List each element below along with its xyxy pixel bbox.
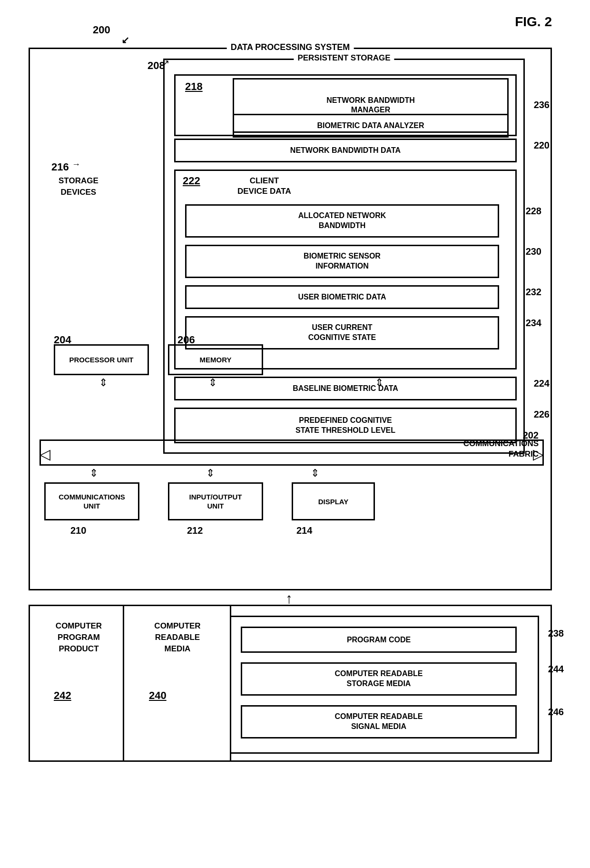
display-box: DISPLAY bbox=[292, 482, 375, 520]
program-code-label: PROGRAM CODE bbox=[347, 636, 411, 644]
cpp-right-section: PROGRAM CODE 238 COMPUTER READABLE STORA… bbox=[230, 616, 539, 754]
io-unit-label: INPUT/OUTPUT UNIT bbox=[189, 492, 242, 511]
allocated-network-bandwidth-box: ALLOCATED NETWORK BANDWIDTH bbox=[185, 204, 499, 238]
data-processing-system-label: DATA PROCESSING SYSTEM bbox=[227, 42, 354, 52]
arrow-cf-disp: ⇕ bbox=[311, 467, 319, 479]
user-biometric-data-label: USER BIOMETRIC DATA bbox=[298, 293, 386, 301]
fig-label: FIG. 2 bbox=[515, 14, 552, 30]
processor-unit-box: PROCESSOR UNIT bbox=[54, 344, 149, 375]
ref-200: 200 bbox=[93, 24, 110, 36]
cpp-divider1 bbox=[123, 606, 124, 760]
arrow-cf-io: ⇕ bbox=[206, 467, 215, 479]
ref-238: 238 bbox=[548, 628, 564, 639]
program-code-box: PROGRAM CODE bbox=[241, 627, 517, 653]
memory-label: MEMORY bbox=[200, 356, 232, 364]
network-bandwidth-data-label: NETWORK BANDWIDTH DATA bbox=[290, 146, 401, 155]
display-label: DISPLAY bbox=[318, 498, 349, 506]
storage-devices-label: STORAGE DEVICES bbox=[59, 175, 98, 198]
arrow-proc-cf: ⇕ bbox=[99, 377, 108, 389]
arrow-208: ↗ bbox=[162, 58, 169, 68]
arrow-ps-cf: ⇕ bbox=[375, 377, 384, 389]
ref-234: 234 bbox=[526, 318, 541, 329]
user-biometric-data-box: USER BIOMETRIC DATA bbox=[185, 285, 499, 309]
communications-unit-label: COMMUNICATIONS UNIT bbox=[59, 492, 125, 511]
client-device-data-box: 222 CLIENT DEVICE DATA ALLOCATED NETWORK… bbox=[174, 170, 517, 369]
arrow-display-up: ↑ bbox=[285, 590, 293, 607]
biometric-data-analyzer-label: BIOMETRIC DATA ANALYZER bbox=[317, 121, 424, 130]
client-device-data-label: CLIENT DEVICE DATA bbox=[237, 176, 291, 197]
processor-unit-label: PROCESSOR UNIT bbox=[69, 356, 133, 364]
ref-206: 206 bbox=[177, 334, 195, 346]
communications-unit-box: COMMUNICATIONS UNIT bbox=[44, 482, 139, 520]
allocated-network-bandwidth-label: ALLOCATED NETWORK BANDWIDTH bbox=[298, 211, 386, 231]
ref-212: 212 bbox=[187, 525, 203, 536]
io-unit-box: INPUT/OUTPUT UNIT bbox=[168, 482, 263, 520]
ref-224: 224 bbox=[534, 378, 550, 389]
predefined-cognitive-state-box: PREDEFINED COGNITIVE STATE THRESHOLD LEV… bbox=[174, 408, 517, 443]
ref-242: 242 bbox=[54, 689, 71, 702]
crm-label: COMPUTER READABLE MEDIA bbox=[130, 620, 225, 654]
ref-228: 228 bbox=[526, 206, 541, 217]
data-processing-system-box: DATA PROCESSING SYSTEM PERSISTENT STORAG… bbox=[29, 48, 552, 590]
ref-222: 222 bbox=[183, 175, 200, 187]
computer-readable-storage-media-label: COMPUTER READABLE STORAGE MEDIA bbox=[335, 669, 423, 689]
user-current-cognitive-state-label: USER CURRENT COGNITIVE STATE bbox=[308, 323, 376, 343]
ref-236: 236 bbox=[534, 100, 550, 110]
computer-readable-signal-media-box: COMPUTER READABLE SIGNAL MEDIA bbox=[241, 705, 517, 738]
network-bandwidth-manager-label: NETWORK BANDWIDTH MANAGER bbox=[326, 96, 415, 116]
ref-216: 216 bbox=[51, 161, 69, 173]
arrow-216: → bbox=[72, 160, 80, 170]
ref-210: 210 bbox=[70, 525, 86, 536]
arrow-200: ↙ bbox=[121, 34, 129, 46]
ref-204: 204 bbox=[54, 334, 71, 346]
arrow-cf-cu: ⇕ bbox=[89, 467, 98, 479]
cpp-label: COMPUTER PROGRAM PRODUCT bbox=[37, 620, 120, 654]
persistent-storage-box: PERSISTENT STORAGE 218 NETWORK BANDWIDTH… bbox=[163, 59, 525, 454]
computer-program-product-outer: COMPUTER PROGRAM PRODUCT 242 COMPUTER RE… bbox=[29, 605, 552, 762]
biometric-sensor-information-box: BIOMETRIC SENSOR INFORMATION bbox=[185, 245, 499, 278]
network-bandwidth-manager-box: 218 NETWORK BANDWIDTH MANAGER BIOMETRIC … bbox=[174, 74, 517, 136]
computer-readable-storage-media-box: COMPUTER READABLE STORAGE MEDIA bbox=[241, 662, 517, 696]
ref-226: 226 bbox=[534, 409, 550, 420]
biometric-sensor-information-label: BIOMETRIC SENSOR INFORMATION bbox=[304, 251, 381, 271]
ref-230: 230 bbox=[526, 246, 541, 257]
ref-244: 244 bbox=[548, 664, 564, 675]
arrow-mem-cf: ⇕ bbox=[208, 377, 217, 389]
ref-232: 232 bbox=[526, 287, 541, 298]
computer-readable-signal-media-label: COMPUTER READABLE SIGNAL MEDIA bbox=[335, 712, 423, 732]
biometric-data-analyzer-box: BIOMETRIC DATA ANALYZER bbox=[233, 114, 509, 138]
ref-214: 214 bbox=[296, 525, 312, 536]
baseline-biometric-data-box: BASELINE BIOMETRIC DATA bbox=[174, 377, 517, 400]
ref-246: 246 bbox=[548, 707, 564, 718]
memory-box: MEMORY bbox=[168, 344, 263, 375]
network-bandwidth-data-box: NETWORK BANDWIDTH DATA bbox=[174, 139, 517, 162]
cf-left-arrow-icon: ◁ bbox=[39, 441, 50, 467]
predefined-cognitive-state-label: PREDEFINED COGNITIVE STATE THRESHOLD LEV… bbox=[295, 416, 395, 436]
communications-fabric-label: COMMUNICATIONS FABRIC bbox=[463, 439, 539, 459]
ref-218: 218 bbox=[185, 80, 203, 93]
bottom-boxes-row: COMMUNICATIONS UNIT INPUT/OUTPUT UNIT DI… bbox=[44, 482, 375, 520]
ref-240: 240 bbox=[149, 689, 167, 702]
persistent-storage-label: PERSISTENT STORAGE bbox=[294, 53, 394, 63]
ref-220: 220 bbox=[534, 140, 550, 151]
